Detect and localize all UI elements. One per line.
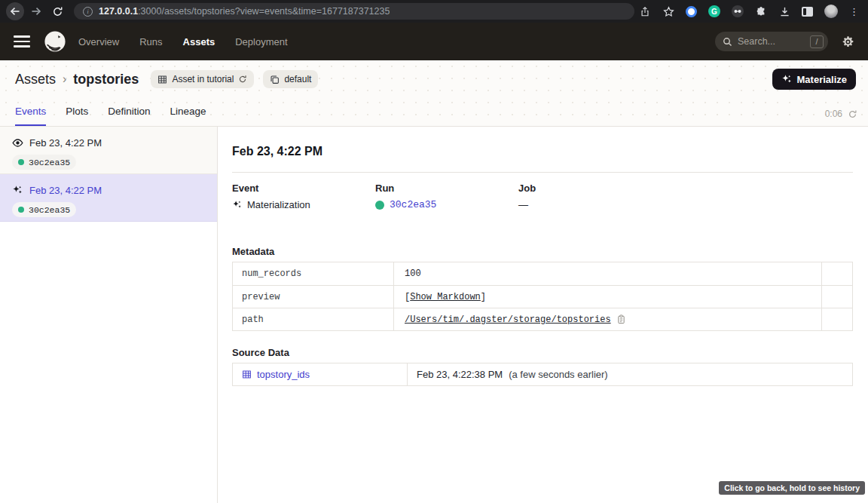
url-text: 127.0.0.1:3000/assets/topstories?view=ev… (99, 6, 390, 17)
tab-plots[interactable]: Plots (66, 106, 88, 126)
gear-icon (842, 35, 854, 48)
source-asset-note: (a few seconds earlier) (509, 369, 608, 380)
divider (232, 172, 853, 173)
table-grid-icon (242, 370, 252, 379)
run-column-label: Run (375, 182, 518, 194)
breadcrumb-row: Assets › topstories Asset in tutorial de… (0, 60, 868, 97)
password-extension-icon[interactable] (686, 6, 697, 17)
event-list-sidebar: Feb 23, 4:22 PM 30c2ea35 Feb 23, 4:22 PM… (0, 127, 218, 503)
url-path: :3000/assets/topstories?view=events&time… (138, 6, 390, 17)
browser-actions: G ⋮ (639, 5, 862, 18)
tab-events[interactable]: Events (15, 106, 46, 126)
event-type-value: Materialization (247, 199, 310, 210)
group-badge[interactable]: default (263, 70, 318, 88)
code-location-label: Asset in tutorial (172, 74, 234, 84)
job-column-label: Job (518, 182, 662, 194)
refresh-now-button[interactable] (848, 109, 857, 119)
share-button[interactable] (639, 5, 651, 17)
asset-page-header: Assets › topstories Asset in tutorial de… (0, 60, 868, 127)
search-icon (723, 37, 732, 47)
metadata-section-title: Metadata (232, 246, 853, 257)
metadata-extra-cell (822, 262, 852, 285)
run-status-dot (375, 201, 384, 210)
browser-reload-button[interactable] (48, 2, 66, 20)
bracket-close: ] (481, 292, 486, 302)
metadata-key: path (233, 308, 394, 330)
search-shortcut-key: / (810, 35, 824, 48)
goggles-extension-icon[interactable] (732, 5, 744, 17)
breadcrumb-separator: › (63, 72, 66, 86)
tab-lineage[interactable]: Lineage (170, 106, 206, 126)
extensions-button[interactable] (755, 5, 767, 17)
run-tag[interactable]: 30c2ea35 (12, 202, 76, 217)
address-bar[interactable]: i 127.0.0.1:3000/assets/topstories?view=… (74, 3, 634, 20)
site-info-icon[interactable]: i (83, 7, 93, 17)
metadata-extra-cell (822, 308, 852, 330)
browser-back-tooltip: Click to go back, hold to see history (719, 481, 865, 495)
puzzle-icon (756, 6, 766, 17)
refresh-countdown: 0:06 (825, 109, 842, 119)
source-data-section-title: Source Data (232, 347, 853, 358)
nav-item-runs[interactable]: Runs (139, 36, 162, 48)
event-list-item-observation[interactable]: Feb 23, 4:22 PM 30c2ea35 (0, 127, 217, 174)
materialize-button[interactable]: Materialize (772, 69, 856, 90)
event-list-item-materialization[interactable]: Feb 23, 4:22 PM 30c2ea35 (0, 174, 217, 222)
app-nav-links: Overview Runs Assets Deployment (78, 36, 288, 48)
asset-events-content: Feb 23, 4:22 PM 30c2ea35 Feb 23, 4:22 PM… (0, 127, 868, 503)
run-tag[interactable]: 30c2ea35 (12, 155, 76, 170)
side-panel-button[interactable] (802, 7, 813, 17)
breadcrumb-assets-link[interactable]: Assets (15, 72, 56, 87)
share-icon (640, 6, 650, 17)
copy-stack-icon (270, 75, 280, 84)
copy-path-button[interactable] (616, 314, 627, 325)
hamburger-menu-button[interactable] (14, 35, 30, 47)
eye-icon (12, 137, 23, 149)
metadata-extra-cell (822, 286, 852, 308)
sparkles-icon (232, 200, 242, 210)
browser-menu-button[interactable]: ⋮ (849, 6, 859, 17)
metadata-key: preview (233, 286, 394, 308)
bookmark-button[interactable] (662, 5, 674, 17)
code-location-badge[interactable]: Asset in tutorial (151, 70, 254, 88)
asset-tabs: Events Plots Definition Lineage (15, 106, 206, 126)
goggles-icon (733, 7, 742, 16)
app-top-nav: Overview Runs Assets Deployment / (0, 23, 868, 60)
settings-gear-button[interactable] (842, 35, 854, 48)
global-search[interactable]: / (715, 32, 828, 51)
event-detail-title: Feb 23, 4:22 PM (232, 145, 853, 158)
run-id: 30c2ea35 (29, 205, 70, 215)
search-input[interactable] (738, 36, 805, 47)
dagster-logo[interactable] (44, 30, 66, 53)
browser-forward-button[interactable] (27, 2, 45, 20)
nav-item-deployment[interactable]: Deployment (235, 36, 287, 48)
profile-avatar[interactable] (824, 5, 838, 18)
refresh-timer: 0:06 (825, 109, 857, 119)
table-row: path /Users/tim/.dagster/storage/topstor… (233, 308, 852, 330)
table-row: preview [Show Markdown] (233, 285, 852, 308)
url-host: 127.0.0.1 (99, 6, 138, 17)
group-label: default (284, 74, 311, 84)
materialize-label: Materialize (797, 74, 847, 85)
reload-location-icon[interactable] (238, 75, 247, 84)
sparkles-icon (781, 74, 792, 84)
show-markdown-link[interactable]: Show Markdown (410, 292, 481, 302)
source-data-table: topstory_ids Feb 23, 4:22:38 PM (a few s… (232, 363, 853, 386)
grammarly-extension-icon[interactable]: G (708, 5, 720, 17)
event-column: Event Materialization (232, 182, 375, 210)
forward-arrow-icon (30, 5, 42, 17)
browser-back-button[interactable] (6, 2, 24, 20)
nav-item-assets[interactable]: Assets (183, 36, 215, 48)
star-icon (663, 6, 674, 17)
breadcrumb-current-asset: topstories (73, 72, 139, 87)
path-link[interactable]: /Users/tim/.dagster/storage/topstories (405, 314, 611, 325)
browser-toolbar: i 127.0.0.1:3000/assets/topstories?view=… (0, 0, 868, 23)
downloads-button[interactable] (778, 5, 790, 17)
nav-item-overview[interactable]: Overview (78, 36, 119, 48)
run-id-link[interactable]: 30c2ea35 (390, 199, 436, 210)
event-column-label: Event (232, 182, 375, 194)
job-value: — (518, 199, 528, 210)
table-grid-icon (157, 75, 167, 84)
back-arrow-icon (9, 5, 21, 17)
tab-definition[interactable]: Definition (108, 106, 150, 126)
source-asset-link[interactable]: topstory_ids (257, 369, 310, 380)
